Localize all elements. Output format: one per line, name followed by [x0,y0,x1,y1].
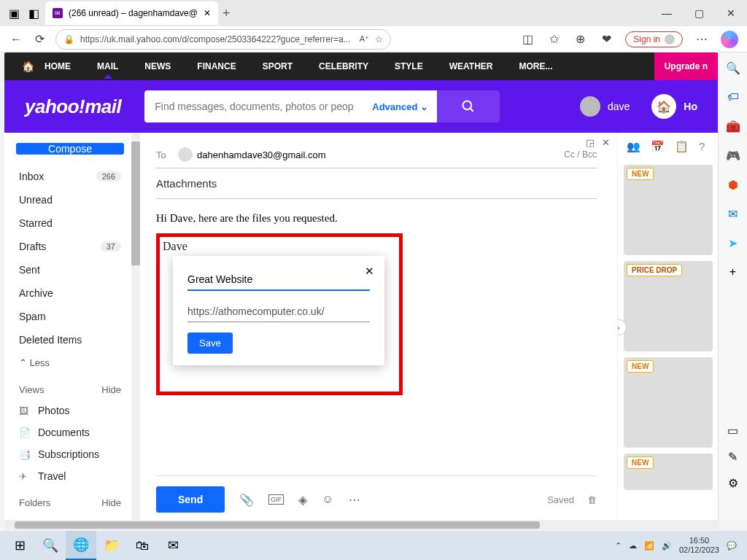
folder-drafts[interactable]: Drafts37 [12,235,128,258]
maximize-button[interactable]: ▢ [683,0,715,26]
nav-home[interactable]: HOME [44,61,71,71]
tray-wifi-icon[interactable]: 📶 [644,541,654,551]
tray-onedrive-icon[interactable]: ☁ [629,541,637,551]
notepad-icon[interactable]: 📋 [675,140,689,153]
folder-spam[interactable]: Spam [12,305,128,328]
nav-sport[interactable]: SPORT [263,61,293,71]
less-toggle[interactable]: ⌃ Less [12,351,128,374]
view-travel[interactable]: ✈Travel [12,465,128,487]
outlook-icon[interactable]: ✉ [725,206,741,222]
delete-draft-icon[interactable]: 🗑 [587,494,597,505]
to-field[interactable]: dahenhamdave30@gmail.com [197,149,326,160]
collections-icon[interactable]: ⊕ [573,32,587,47]
start-button[interactable]: ⊞ [4,531,35,560]
split-icon[interactable]: ◫ [520,32,535,47]
hide-views[interactable]: Hide [101,384,121,395]
view-subscriptions[interactable]: 📑Subscriptions [12,443,128,465]
home-icon[interactable]: 🏠 [22,61,34,72]
settings-sidebar-icon[interactable]: ⚙ [725,475,741,491]
help-icon[interactable]: ? [699,140,705,153]
ad-slot-1[interactable]: NEW [624,165,713,255]
yahoo-mail-logo[interactable]: yahoo!mail [25,96,121,118]
popout-icon[interactable]: ◲ [586,137,595,148]
folder-unread[interactable]: Unread [12,188,128,211]
tab-close-icon[interactable]: ✕ [204,8,211,18]
ad-slot-2[interactable]: PRICE DROP [624,261,713,351]
address-bar[interactable]: 🔒 https://uk.mail.yahoo.com/d/compose/25… [55,29,391,50]
favorites-icon[interactable]: ✩ [546,32,561,47]
search-button[interactable] [437,90,500,122]
cc-bcc-toggle[interactable]: Cc / Bcc [564,149,597,160]
nav-celebrity[interactable]: CELEBRITY [319,61,368,71]
office-icon[interactable]: ⬢ [725,176,741,192]
gif-icon[interactable]: GIF [268,494,284,505]
email-body[interactable]: Hi Dave, here are the files you requeste… [156,199,597,230]
horizontal-scrollbar[interactable] [4,520,718,530]
save-link-button[interactable]: Save [187,332,233,354]
add-sidebar-icon[interactable]: + [725,264,741,280]
send-button[interactable]: Send [156,486,225,513]
copilot-icon[interactable] [721,31,738,48]
games-icon[interactable]: 🎮 [725,147,741,163]
star-icon[interactable]: ☆ [375,34,383,44]
nav-weather[interactable]: WEATHER [449,61,493,71]
contacts-icon[interactable]: 👥 [627,140,640,153]
calendar-icon[interactable]: 📅 [651,140,665,153]
hide-folders[interactable]: Hide [101,497,121,508]
performance-icon[interactable]: ▭ [725,422,741,438]
close-compose-icon[interactable]: ✕ [602,137,610,148]
nav-finance[interactable]: FINANCE [197,61,236,71]
shopping-icon[interactable]: 🏷 [725,89,741,105]
nav-more[interactable]: MORE... [519,61,552,71]
emoji-icon[interactable]: ☺ [322,493,333,506]
workspaces-icon[interactable]: ▣ [9,7,20,20]
tray-clock[interactable]: 16:50 02/12/2023 [679,536,719,555]
task-mail[interactable]: ✉ [158,531,188,560]
task-explorer[interactable]: 📁 [96,531,127,560]
task-edge[interactable]: 🌐 [66,531,96,560]
extensions-icon[interactable]: ❤ [599,32,614,47]
more-options-icon[interactable]: ⋯ [349,493,360,507]
folder-archive[interactable]: Archive [12,281,128,305]
task-search[interactable]: 🔍 [35,531,66,560]
new-tab-button[interactable]: + [222,6,231,21]
view-photos[interactable]: 🖼Photos [12,400,128,421]
folder-sent[interactable]: Sent [12,258,128,281]
home-button[interactable]: 🏠 [651,94,676,119]
folder-inbox[interactable]: Inbox266 [12,165,128,188]
stationery-icon[interactable]: ◈ [298,493,307,507]
signin-button[interactable]: Sign in [625,31,683,47]
view-documents[interactable]: 📄Documents [12,421,128,443]
advanced-search[interactable]: Advanced ⌄ [363,90,437,122]
send-icon[interactable]: ➤ [725,235,741,251]
upgrade-button[interactable]: Upgrade n [654,52,718,80]
folder-starred[interactable]: Starred [12,211,128,235]
nav-mail[interactable]: MAIL [97,61,118,71]
compose-button[interactable]: Compose [16,143,124,155]
link-text-input[interactable] [187,269,370,291]
tray-notifications-icon[interactable]: 💬 [727,541,737,551]
tab-actions-icon[interactable]: ◧ [28,7,39,20]
ad-slot-3[interactable]: NEW [624,357,713,448]
menu-icon[interactable]: ⋯ [694,32,709,47]
nav-style[interactable]: STYLE [395,61,423,71]
task-store[interactable]: 🛍 [127,531,158,560]
tray-chevron-icon[interactable]: ⌃ [615,541,622,551]
back-button[interactable]: ← [9,32,23,47]
avatar[interactable] [580,96,600,117]
folder-deleted[interactable]: Deleted Items [12,328,128,351]
nav-news[interactable]: NEWS [144,61,171,71]
username[interactable]: dave [608,101,630,112]
edit-icon[interactable]: ✎ [725,448,741,464]
close-window-button[interactable]: ✕ [715,0,747,26]
ad-slot-4[interactable]: NEW [624,454,713,490]
refresh-button[interactable]: ⟳ [32,32,47,47]
tools-icon[interactable]: 🧰 [725,118,741,134]
horizontal-scrollbar-thumb[interactable] [15,521,540,529]
reader-icon[interactable]: A⁺ [360,34,369,44]
close-modal-icon[interactable]: ✕ [365,265,374,278]
minimize-button[interactable]: — [651,0,683,26]
search-sidebar-icon[interactable]: 🔍 [725,60,741,76]
link-url-input[interactable] [187,301,370,322]
subject-field[interactable]: Attachments [156,168,597,199]
